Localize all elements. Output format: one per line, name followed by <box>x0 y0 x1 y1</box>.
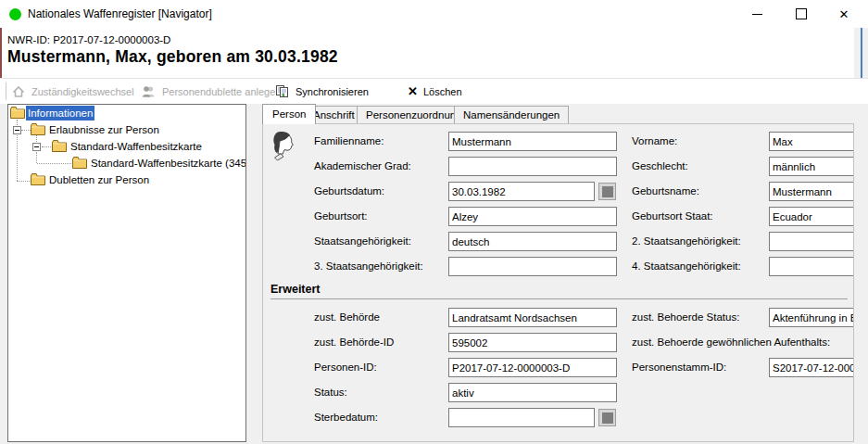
status-label: Status: <box>314 383 347 402</box>
geschlecht-input[interactable] <box>769 157 854 176</box>
geburtsdatum-label: Geburtsdatum: <box>314 182 384 201</box>
tree-item-label: Informationen <box>26 106 94 121</box>
tree-item-informationen[interactable]: Informationen <box>8 105 245 121</box>
geburtsdatum-input[interactable] <box>448 182 595 201</box>
date-picker-icon <box>602 412 613 424</box>
personen-id-label: Personen-ID: <box>314 358 377 377</box>
geburtsname-label: Geburtsname: <box>632 182 699 201</box>
vorname-label: Vorname: <box>632 132 677 151</box>
geburtsort-input[interactable] <box>448 207 617 226</box>
status-input[interactable] <box>448 383 617 402</box>
minimize-button[interactable] <box>741 0 773 28</box>
toolbar-separator <box>6 82 6 100</box>
person-profile-icon <box>271 130 299 165</box>
personenstamm-id-input[interactable] <box>769 358 854 377</box>
person-tab-page: Familienname: Akademischer Grad: Geburts… <box>262 123 854 442</box>
familienname-input[interactable] <box>448 132 617 151</box>
staatsangehoerigkeit4-label: 4. Staatsangehörigkeit: <box>632 257 741 276</box>
zust-behoerde-status-input[interactable] <box>769 308 854 327</box>
akademischer-grad-label: Akademischer Grad: <box>314 157 411 176</box>
tab-namensaenderungen[interactable]: Namensänderungen <box>454 106 569 124</box>
sync-icon <box>275 84 290 99</box>
tree-item-label: Dubletten zur Person <box>47 172 151 187</box>
tree-item-standard-wbk-number[interactable]: Standard-Waffenbesitzkarte (3456 <box>8 155 245 171</box>
sterbedatum-input[interactable] <box>448 408 595 427</box>
date-picker-icon <box>602 186 613 197</box>
synchronisieren-label: Synchronisieren <box>296 86 369 97</box>
staatsangehoerigkeit-label: Staatsangehörigkeit: <box>314 232 411 251</box>
geburtsname-input[interactable] <box>769 182 854 201</box>
zust-behoerde-status-label: zust. Behoerde Status: <box>632 308 739 327</box>
title-bar: Nationales Waffenregister [Navigator] ✕ <box>0 0 868 28</box>
tree-item-dubletten[interactable]: Dubletten zur Person <box>8 171 245 188</box>
person-duplicate-icon <box>141 84 157 99</box>
zust-behoerde-id-label: zust. Behörde-ID <box>314 333 394 352</box>
zustaendigkeitswechsel-button[interactable]: Zuständigkeitswechsel <box>11 79 134 104</box>
synchronisieren-button[interactable]: Synchronisieren <box>275 79 369 104</box>
zust-behoerde-aufenthalt-label: zust. Behoerde gewöhnlichen Aufenthalts: <box>632 333 830 352</box>
sterbedatum-picker-button[interactable] <box>598 409 616 426</box>
staatsangehoerigkeit2-label: 2. Staatsangehörigkeit: <box>632 232 741 251</box>
staatsangehoerigkeit-input[interactable] <box>448 232 617 251</box>
page-title: Mustermann, Max, geboren am 30.03.1982 <box>7 47 338 67</box>
personendublette-anlegen-label: Personendublette anlegen <box>162 86 281 97</box>
home-icon <box>11 84 26 99</box>
staatsangehoerigkeit2-input[interactable] <box>769 232 854 251</box>
tree-item-standard-wbk[interactable]: Standard-Waffenbesitzkarte <box>8 138 245 155</box>
personen-id-input[interactable] <box>448 358 617 377</box>
delete-x-icon: ✕ <box>408 84 418 98</box>
loeschen-button[interactable]: ✕ Löschen <box>408 79 462 104</box>
toolbar: Zuständigkeitswechsel Personendublette a… <box>0 79 868 104</box>
staatsangehoerigkeit3-input[interactable] <box>448 257 617 276</box>
section-divider <box>270 298 848 299</box>
section-title-erweitert: Erweitert <box>270 283 321 296</box>
collapse-expander-icon[interactable] <box>32 143 41 151</box>
familienname-label: Familienname: <box>314 132 384 151</box>
staatsangehoerigkeit4-input[interactable] <box>769 257 854 276</box>
personenstamm-id-label: Personenstamm-ID: <box>632 358 726 377</box>
app-status-icon <box>9 8 21 20</box>
geburtsort-label: Geburtsort: <box>314 207 368 226</box>
close-icon: ✕ <box>839 8 849 20</box>
zust-behoerde-input[interactable] <box>448 308 617 327</box>
geburtsort-staat-input[interactable] <box>769 207 854 226</box>
akademischer-grad-input[interactable] <box>448 157 617 176</box>
tree-item-label: Standard-Waffenbesitzkarte <box>69 139 204 154</box>
nwr-id-text: NWR-ID: P2017-07-12-0000003-D <box>7 34 170 45</box>
maximize-button[interactable] <box>786 0 817 28</box>
tree-item-label: Standard-Waffenbesitzkarte (3456 <box>89 156 246 171</box>
vorname-input[interactable] <box>769 132 854 151</box>
geburtsort-staat-label: Geburtsort Staat: <box>632 207 713 226</box>
folder-icon <box>31 173 45 190</box>
maximize-icon <box>796 8 807 19</box>
close-button[interactable]: ✕ <box>828 0 860 28</box>
staatsangehoerigkeit3-label: 3. Staatsangehörigkeit: <box>314 257 423 276</box>
tab-person[interactable]: Person <box>262 104 316 124</box>
zust-behoerde-label: zust. Behörde <box>314 308 380 327</box>
zust-behoerde-id-input[interactable] <box>448 333 617 352</box>
tree-item-label: Erlaubnisse zur Person <box>47 122 161 137</box>
geburtsdatum-picker-button[interactable] <box>598 183 616 200</box>
personendublette-anlegen-button[interactable]: Personendublette anlegen <box>141 79 281 104</box>
tree-item-erlaubnisse[interactable]: Erlaubnisse zur Person <box>8 121 245 138</box>
navigation-tree: Informationen Erlaubnisse zur Person Sta… <box>7 104 246 442</box>
zustaendigkeitswechsel-label: Zuständigkeitswechsel <box>31 86 134 97</box>
collapse-expander-icon[interactable] <box>13 126 21 134</box>
geschlecht-label: Geschlecht: <box>632 157 688 176</box>
window-title: Nationales Waffenregister [Navigator] <box>28 7 212 20</box>
loeschen-label: Löschen <box>423 86 462 97</box>
sterbedatum-label: Sterbedatum: <box>314 408 378 427</box>
minimize-icon <box>752 14 762 15</box>
